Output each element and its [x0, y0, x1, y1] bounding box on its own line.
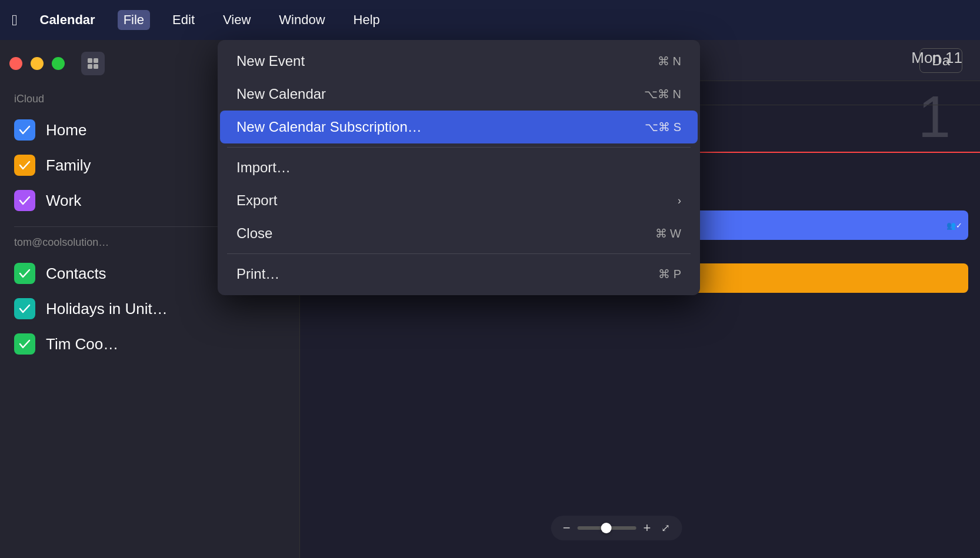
- sidebar-item-timcook[interactable]: Tim Coo…: [9, 328, 244, 360]
- svg-rect-2: [88, 64, 92, 69]
- file-menu-dropdown: New Event ⌘ N New Calendar ⌥⌘ N New Cale…: [218, 40, 700, 295]
- menu-new-calendar-shortcut: ⌥⌘ N: [644, 87, 681, 101]
- menu-new-event-shortcut: ⌘ N: [658, 54, 681, 68]
- check-icon: [18, 123, 31, 136]
- menu-divider-1: [227, 147, 691, 148]
- menu-import-label: Import…: [236, 159, 291, 176]
- sidebar-contacts-label: Contacts: [46, 265, 106, 283]
- svg-rect-0: [88, 58, 92, 63]
- menu-item-new-event[interactable]: New Event ⌘ N: [220, 45, 698, 78]
- sidebar-work-label: Work: [46, 192, 81, 210]
- zoom-thumb: [601, 523, 612, 533]
- tom-section-label: tom@coolsolution…: [9, 236, 244, 249]
- menu-close-label: Close: [236, 225, 272, 242]
- family-checkbox: [14, 155, 35, 176]
- menu-print-label: Print…: [236, 266, 279, 282]
- maximize-button[interactable]: [52, 57, 65, 70]
- sidebar-holidays-label: Holidays in Unit…: [46, 300, 168, 318]
- home-checkbox: [14, 119, 35, 141]
- menubar-calendar[interactable]: Calendar: [34, 10, 101, 30]
- zoom-bar: − + ⤢: [551, 516, 682, 540]
- timcook-checkbox: [14, 333, 35, 355]
- menubar-help[interactable]: Help: [348, 10, 386, 30]
- check-icon: [18, 302, 31, 315]
- menu-item-import[interactable]: Import…: [220, 151, 698, 184]
- grid-view-button[interactable]: [81, 52, 105, 75]
- grid-icon: [86, 57, 99, 70]
- menu-new-event-label: New Event: [236, 53, 305, 69]
- event-daily-sta-icon: 👥✓: [946, 221, 962, 230]
- menu-new-calendar-label: New Calendar: [236, 86, 326, 102]
- menu-item-print[interactable]: Print… ⌘ P: [220, 258, 698, 290]
- window-controls: [9, 52, 244, 75]
- contacts-checkbox: [14, 263, 35, 284]
- zoom-minus-button[interactable]: −: [563, 520, 571, 536]
- minimize-button[interactable]: [31, 57, 44, 70]
- icloud-section-label: iCloud: [9, 93, 244, 105]
- menu-divider-2: [227, 253, 691, 254]
- menubar-file[interactable]: File: [118, 10, 150, 30]
- sidebar-item-family[interactable]: Family: [9, 149, 244, 182]
- menu-item-new-calendar[interactable]: New Calendar ⌥⌘ N: [220, 78, 698, 111]
- check-icon: [18, 267, 31, 280]
- menubar-window[interactable]: Window: [273, 10, 331, 30]
- apple-icon[interactable]: : [12, 11, 18, 29]
- menu-item-new-cal-sub[interactable]: New Calendar Subscription… ⌥⌘ S: [220, 111, 698, 143]
- menu-print-shortcut: ⌘ P: [658, 267, 681, 281]
- sidebar-item-work[interactable]: Work: [9, 184, 244, 217]
- close-button[interactable]: [9, 57, 22, 70]
- zoom-expand-button[interactable]: ⤢: [661, 522, 670, 534]
- svg-rect-1: [94, 58, 98, 63]
- menu-new-cal-sub-shortcut: ⌥⌘ S: [645, 120, 681, 134]
- submenu-arrow-icon: ›: [678, 195, 681, 207]
- check-icon: [18, 159, 31, 172]
- menubar-view[interactable]: View: [217, 10, 256, 30]
- svg-rect-3: [94, 64, 98, 69]
- menu-close-shortcut: ⌘ W: [655, 226, 681, 240]
- zoom-plus-button[interactable]: +: [644, 520, 651, 536]
- date-label: Mon 11: [911, 49, 962, 67]
- sidebar-item-holidays[interactable]: Holidays in Unit…: [9, 292, 244, 325]
- menu-item-export[interactable]: Export ›: [220, 184, 698, 217]
- work-checkbox: [14, 190, 35, 211]
- menu-item-close[interactable]: Close ⌘ W: [220, 217, 698, 250]
- sidebar-divider-1: [14, 226, 239, 227]
- menu-export-label: Export: [236, 192, 277, 209]
- sidebar: iCloud Home Family Work tom@coolsolution…: [0, 40, 253, 558]
- menubar-edit[interactable]: Edit: [166, 10, 201, 30]
- sidebar-item-contacts[interactable]: Contacts: [9, 257, 244, 290]
- holidays-checkbox: [14, 298, 35, 319]
- menubar:  Calendar File Edit View Window Help: [0, 0, 980, 40]
- sidebar-home-label: Home: [46, 121, 86, 139]
- zoom-slider[interactable]: [578, 526, 636, 530]
- sidebar-family-label: Family: [46, 156, 91, 175]
- menu-new-cal-sub-label: New Calendar Subscription…: [236, 119, 422, 135]
- check-icon: [18, 338, 31, 350]
- sidebar-timcook-label: Tim Coo…: [46, 335, 118, 353]
- sidebar-item-home[interactable]: Home: [9, 113, 244, 146]
- check-icon: [18, 194, 31, 207]
